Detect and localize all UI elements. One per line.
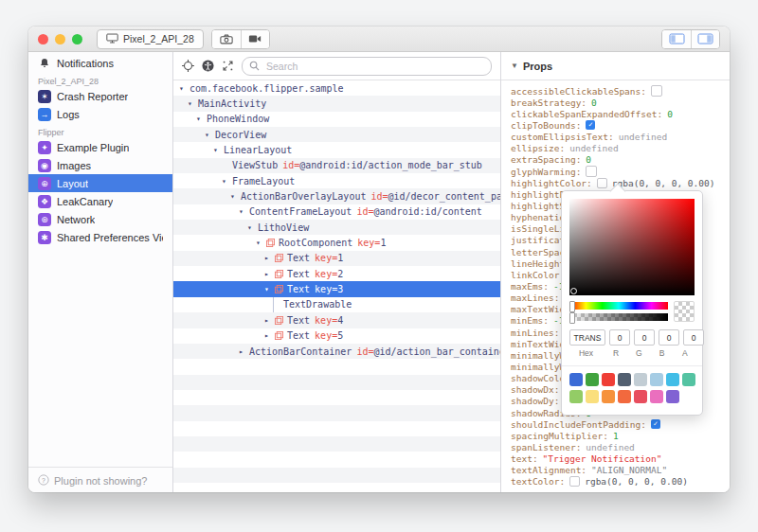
chevron-icon[interactable]: ▾ bbox=[264, 285, 275, 293]
target-mode-button[interactable] bbox=[182, 60, 194, 72]
hex-input[interactable] bbox=[569, 329, 605, 346]
tree-row[interactable] bbox=[173, 405, 500, 420]
prop-value: rgba(0, 0, 0, 0.00) bbox=[612, 178, 715, 188]
prop-checkbox[interactable] bbox=[651, 85, 662, 97]
chevron-icon[interactable]: ▾ bbox=[179, 84, 190, 93]
sidebar-item-example-plugin[interactable]: ✦ Example Plugin bbox=[28, 138, 172, 156]
prop-checkbox[interactable] bbox=[586, 166, 597, 177]
prop-checkbox[interactable]: ✓ bbox=[651, 419, 660, 429]
hue-slider[interactable] bbox=[569, 302, 668, 310]
tree-row[interactable]: ▸ ActionBarContainerid=@id/action_bar_co… bbox=[173, 344, 500, 359]
red-input[interactable] bbox=[609, 329, 630, 346]
saturation-gradient-area[interactable] bbox=[569, 199, 695, 295]
tree-row[interactable]: ▸ Textkey=5 bbox=[173, 328, 500, 344]
chevron-icon[interactable]: ▸ bbox=[264, 270, 275, 278]
tree-row[interactable] bbox=[173, 468, 500, 483]
device-tab[interactable]: Pixel_2_API_28 bbox=[97, 29, 204, 49]
tree-row[interactable]: ▾ ContentFrameLayoutid=@android:id/conte… bbox=[173, 204, 500, 220]
tree-row[interactable] bbox=[173, 390, 500, 405]
alpha-slider[interactable] bbox=[569, 313, 668, 321]
chevron-icon[interactable]: ▾ bbox=[196, 115, 207, 123]
sidebar-item-logs[interactable]: → Logs bbox=[28, 105, 172, 123]
tree-row[interactable] bbox=[173, 452, 500, 467]
tree-row[interactable] bbox=[173, 375, 500, 390]
tree-row[interactable]: ViewStubid=@android:id/action_mode_bar_s… bbox=[173, 158, 500, 173]
prop-color-swatch[interactable] bbox=[597, 178, 607, 188]
tree-row[interactable] bbox=[173, 421, 500, 436]
preset-color-swatch[interactable] bbox=[634, 390, 647, 403]
alpha-input[interactable] bbox=[683, 329, 704, 346]
search-input[interactable] bbox=[264, 60, 484, 73]
sidebar-item-network[interactable]: ⊛ Network bbox=[28, 210, 172, 228]
props-header[interactable]: ▼ Props bbox=[501, 52, 730, 80]
preset-color-swatch[interactable] bbox=[650, 390, 663, 403]
tree-row[interactable]: ▸ Textkey=4 bbox=[173, 312, 500, 328]
tree-row[interactable] bbox=[173, 359, 500, 374]
chevron-icon[interactable]: ▸ bbox=[264, 254, 275, 262]
tree-row[interactable]: ▸ Textkey=1 bbox=[173, 251, 500, 266]
chevron-icon[interactable]: ▾ bbox=[247, 223, 258, 232]
toggle-left-panel-button[interactable] bbox=[662, 30, 691, 48]
screen-record-button[interactable] bbox=[241, 30, 269, 48]
tree-row[interactable] bbox=[173, 436, 500, 452]
chevron-icon[interactable]: ▾ bbox=[188, 99, 198, 108]
preset-color-swatch[interactable] bbox=[682, 373, 695, 386]
preset-color-swatch[interactable] bbox=[569, 373, 583, 386]
preset-color-swatch[interactable] bbox=[666, 373, 679, 386]
sidebar-item-layout[interactable]: ⊕ Layout bbox=[28, 174, 172, 192]
sidebar-item-notifications[interactable]: Notifications bbox=[28, 54, 172, 72]
chevron-icon[interactable]: ▸ bbox=[264, 316, 275, 325]
sidebar-item-images[interactable]: ◉ Images bbox=[28, 156, 172, 174]
preset-color-swatch[interactable] bbox=[586, 390, 599, 403]
preset-color-swatch[interactable] bbox=[602, 390, 615, 403]
chevron-icon[interactable]: ▾ bbox=[205, 131, 215, 139]
chevron-icon[interactable]: ▸ bbox=[239, 347, 249, 356]
zoom-window-button[interactable] bbox=[72, 34, 82, 44]
tree-row[interactable] bbox=[173, 483, 500, 492]
prop-color-swatch[interactable] bbox=[569, 476, 580, 487]
plugin-icon: ⊕ bbox=[38, 177, 51, 190]
chevron-icon[interactable]: ▾ bbox=[239, 207, 249, 216]
tree-row[interactable]: ▾ RootComponentkey=1 bbox=[173, 235, 500, 250]
chevron-icon[interactable]: ▾ bbox=[213, 146, 224, 154]
tree-row[interactable]: ▾ DecorView bbox=[173, 127, 500, 142]
chevron-icon[interactable]: ▾ bbox=[230, 192, 241, 201]
tree-row[interactable]: ▾ ActionBarOverlayLayoutid=@id/decor_con… bbox=[173, 188, 500, 204]
accessibility-mode-button[interactable] bbox=[202, 60, 214, 72]
preset-color-swatch[interactable] bbox=[666, 390, 679, 403]
alpha-slider-thumb[interactable] bbox=[569, 312, 575, 324]
sidebar-item-crash-reporter[interactable]: ✶ Crash Reporter bbox=[28, 87, 172, 105]
preset-color-swatch[interactable] bbox=[634, 373, 647, 386]
tree-row[interactable]: ▸ Textkey=2 bbox=[173, 266, 500, 281]
tree-row[interactable]: ▾ LinearLayout bbox=[173, 142, 500, 157]
plugin-not-showing-link[interactable]: ? Plugin not showing? bbox=[28, 467, 172, 492]
preset-color-swatch[interactable] bbox=[569, 390, 583, 403]
tree-row[interactable]: ▾ LithoView bbox=[173, 220, 500, 235]
preset-color-swatch[interactable] bbox=[602, 373, 615, 386]
preset-color-swatch[interactable] bbox=[618, 390, 631, 403]
sidebar-item-leakcanary[interactable]: ❖ LeakCanary bbox=[28, 192, 172, 210]
minimize-window-button[interactable] bbox=[55, 34, 65, 44]
toggle-right-panel-button[interactable] bbox=[691, 30, 719, 48]
chevron-icon[interactable]: ▾ bbox=[222, 177, 232, 186]
tree-row[interactable]: ▾ PhoneWindow bbox=[173, 112, 500, 127]
preset-color-swatch[interactable] bbox=[650, 373, 663, 386]
screenshot-button[interactable] bbox=[212, 30, 241, 48]
sidebar-item-shared-preferences[interactable]: ✱ Shared Preferences Viewer bbox=[28, 228, 172, 246]
tree-row[interactable]: ▾ Textkey=3 bbox=[173, 281, 500, 296]
tree-row[interactable]: TextDrawable bbox=[173, 297, 500, 312]
saturation-cursor[interactable] bbox=[570, 288, 577, 294]
chevron-icon[interactable]: ▾ bbox=[256, 239, 266, 247]
tree-row[interactable]: ▾ FrameLayout bbox=[173, 173, 500, 188]
chevron-icon[interactable]: ▸ bbox=[264, 331, 275, 340]
blue-input[interactable] bbox=[659, 329, 679, 346]
prop-checkbox[interactable]: ✓ bbox=[586, 120, 595, 130]
expand-tree-button[interactable] bbox=[222, 60, 234, 72]
preset-color-swatch[interactable] bbox=[618, 373, 631, 386]
tree-row[interactable]: ▾ com.facebook.flipper.sample bbox=[173, 80, 500, 96]
green-input[interactable] bbox=[634, 329, 655, 346]
preset-color-swatch[interactable] bbox=[586, 373, 599, 386]
hue-slider-thumb[interactable] bbox=[569, 301, 575, 312]
close-window-button[interactable] bbox=[38, 34, 48, 44]
tree-row[interactable]: ▾ MainActivity bbox=[173, 96, 500, 111]
